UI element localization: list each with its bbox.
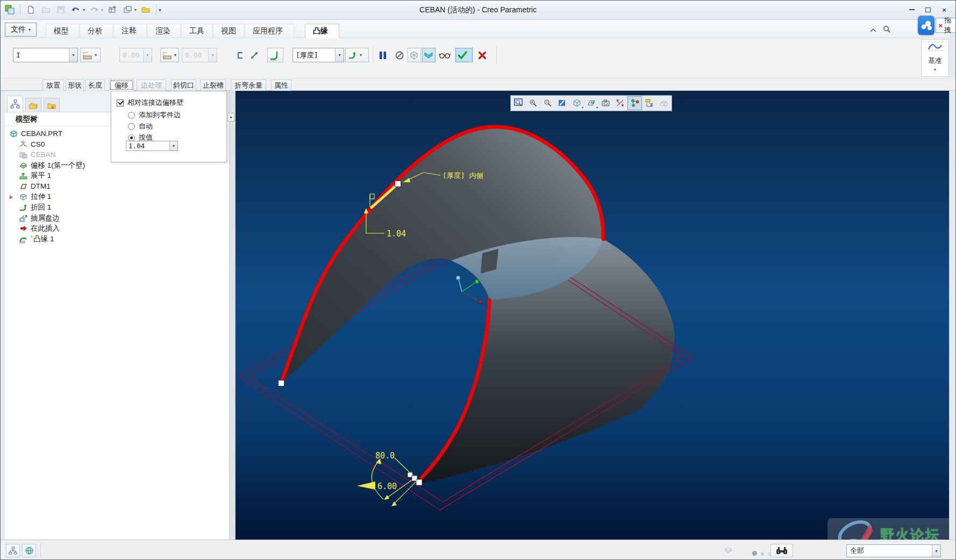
folder-browser-tab-icon[interactable] [25, 98, 41, 112]
side1-anchor-button[interactable]: ▾ [80, 48, 101, 62]
tab-analysis[interactable]: 分析 [80, 24, 113, 38]
file-menu-button[interactable]: 文件▾ [5, 23, 37, 37]
widget-close-icon[interactable]: × [938, 21, 943, 30]
side1-length-value: 0.00 [120, 51, 143, 59]
radius-side-button[interactable]: ▾ [345, 48, 369, 62]
refit-icon[interactable] [511, 96, 526, 110]
subtab-length[interactable]: 长度 [85, 80, 105, 91]
navigator-toggle-button[interactable] [6, 544, 20, 557]
no-preview-button[interactable] [393, 48, 406, 62]
tree-item-dtm1[interactable]: DTM1 [5, 181, 229, 192]
subtab-label: 长度 [88, 81, 102, 90]
netdisk-drag-widget[interactable]: × 拖拽 [918, 16, 956, 35]
web-browser-toggle-button[interactable] [22, 544, 36, 557]
chevron-down-icon[interactable]: ▾ [173, 53, 177, 58]
maximize-button[interactable] [922, 5, 934, 15]
angle-dimension[interactable]: 80.0 [375, 451, 395, 461]
open-profile-icon[interactable] [234, 48, 247, 62]
subtab-shape[interactable]: 形状 [66, 80, 84, 91]
chevron-down-icon[interactable]: ▾ [69, 48, 77, 62]
offset-wall-icon [19, 161, 28, 170]
collapse-ribbon-icon[interactable] [869, 25, 877, 35]
chevron-down-icon[interactable]: ▾ [932, 545, 940, 557]
edge-drag-handle[interactable] [395, 181, 401, 187]
tree-item-insert-here[interactable]: 在此插入 [5, 223, 229, 234]
suppressed-feature-icon [19, 150, 28, 159]
search-icon[interactable] [882, 25, 891, 35]
model-canvas[interactable]: [厚度] 内侧 1.04 80.0 6.00 [236, 91, 949, 540]
cancel-feature-button[interactable] [476, 48, 491, 62]
subtab-label: 止裂槽 [203, 81, 224, 90]
annotation-display-icon[interactable] [627, 96, 642, 110]
search-binoculars-button[interactable] [770, 544, 793, 557]
offset-wall-checkbox[interactable] [117, 99, 124, 106]
corner-drag-handle[interactable] [416, 479, 422, 485]
tab-flange-context[interactable]: 凸缘 [305, 24, 339, 38]
offset-value-combo[interactable]: 1.04 ▾ [126, 141, 178, 151]
filter-combo[interactable]: 全部 ▾ [846, 544, 941, 557]
tree-item-extrude[interactable]: 拉伸 1 [5, 192, 229, 203]
flip-direction-icon[interactable] [248, 48, 261, 62]
chevron-down-icon[interactable]: ▾ [208, 48, 217, 62]
tab-tools[interactable]: 工具 [181, 24, 212, 38]
close-button[interactable]: × [938, 5, 950, 15]
chevron-down-icon[interactable]: ▾ [169, 141, 177, 150]
favorites-tab-icon[interactable] [44, 98, 60, 112]
graphics-viewport[interactable]: [厚度] 内侧 1.04 80.0 6.00 [236, 91, 949, 540]
side1-length-combo[interactable]: 0.00▾ [119, 48, 152, 62]
bend-relief-button[interactable] [267, 48, 283, 62]
tree-item-flange[interactable]: * 凸缘 1 [5, 234, 229, 245]
tree-item-edge-feature[interactable]: 抽屑盘边 [5, 213, 229, 224]
tree-item-fold-back[interactable]: 折回 1 [5, 202, 229, 213]
chevron-down-icon[interactable]: ▾ [335, 48, 344, 62]
tab-model[interactable]: 模型 [46, 24, 79, 38]
corner-drag-handle[interactable] [279, 380, 284, 386]
zoom-out-icon[interactable] [540, 96, 555, 110]
panel-splitter[interactable] [230, 91, 236, 540]
minimize-button[interactable] [906, 5, 918, 15]
datum-group-button[interactable]: 基准 ▾ [921, 39, 949, 77]
tab-label: 凸缘 [313, 26, 328, 36]
tab-render[interactable]: 渲染 [147, 24, 181, 38]
subtab-offset[interactable]: 偏移 [109, 80, 134, 91]
profile-type-combo[interactable]: I▾ [13, 48, 78, 62]
tree-item-flatten[interactable]: 展平 1 [5, 170, 229, 181]
tab-view[interactable]: 视图 [213, 24, 244, 38]
chevron-down-icon[interactable]: ▾ [359, 53, 363, 58]
radio-automatic[interactable] [128, 123, 135, 130]
length-dimension[interactable]: 6.00 [377, 482, 397, 491]
chevron-down-icon[interactable]: ▾ [143, 48, 152, 62]
tab-annotate[interactable]: 注释 [113, 24, 147, 38]
netdisk-cloud-icon[interactable] [918, 16, 934, 35]
wireframe-preview-button[interactable] [408, 48, 421, 62]
panel-more-button[interactable]: ▾ [227, 113, 234, 121]
radio-add-to-part-edge[interactable] [128, 112, 135, 119]
part-icon [9, 130, 18, 138]
zoom-in-icon[interactable] [526, 96, 540, 110]
repaint-icon[interactable] [555, 96, 569, 110]
spin-center-icon[interactable] [642, 96, 657, 110]
chevron-down-icon[interactable]: ▾ [94, 53, 98, 58]
radio-by-value[interactable] [128, 134, 135, 141]
side2-length-combo[interactable]: 0.00▾ [182, 48, 217, 62]
subtab-relief[interactable]: 止裂槽 [201, 80, 226, 91]
offset-dimension[interactable]: 1.04 [387, 229, 406, 239]
model-tree-tab-icon[interactable] [7, 96, 23, 112]
datum-display-filter-icon[interactable] [613, 96, 627, 110]
side2-anchor-button[interactable]: ▾ [160, 48, 179, 62]
tab-applications[interactable]: 应用程序 [245, 24, 294, 38]
thickness-label[interactable]: [厚度] 内侧 [443, 171, 483, 180]
subtab-placement[interactable]: 放置 [42, 80, 64, 91]
accept-feature-button[interactable] [455, 48, 473, 62]
display-style-icon[interactable]: ▾ [569, 96, 584, 110]
subtab-miter-cut[interactable]: 斜切口 [171, 80, 196, 91]
saved-views-icon[interactable]: AB ▾ [584, 96, 598, 110]
capture-icon[interactable] [598, 96, 613, 110]
bend-radius-combo[interactable]: [厚度]▾ [292, 48, 344, 62]
expand-icon[interactable] [10, 195, 13, 199]
subtab-properties[interactable]: 属性 [271, 80, 291, 91]
subtab-bend-allowance[interactable]: 折弯余量 [231, 80, 266, 91]
geometry-preview-button[interactable] [422, 48, 436, 62]
pause-button[interactable] [377, 48, 391, 62]
preview-glasses-icon[interactable] [437, 48, 452, 62]
